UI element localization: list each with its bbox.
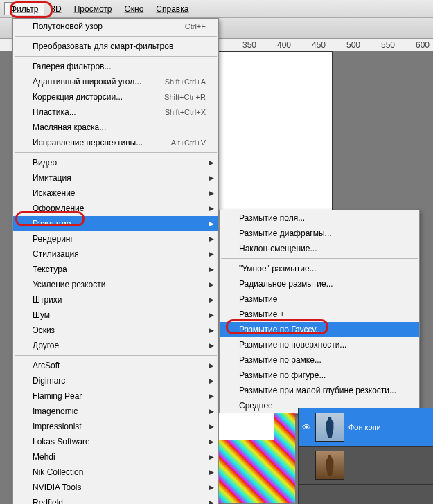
menu-sharpen[interactable]: Усиление резкости▶ xyxy=(13,277,218,292)
submenu-blur[interactable]: Размытие xyxy=(220,291,419,307)
chevron-right-icon: ▶ xyxy=(209,296,214,303)
chevron-right-icon: ▶ xyxy=(209,408,214,415)
ruler-tick: 550 xyxy=(381,40,395,50)
menu-label: Преобразовать для смарт-фильтров xyxy=(33,42,173,51)
menu-nvidia[interactable]: NVIDIA Tools▶ xyxy=(13,480,218,495)
menu-smart-filters[interactable]: Преобразовать для смарт-фильтров xyxy=(13,39,218,54)
menu-filter-gallery[interactable]: Галерея фильтров... xyxy=(13,59,218,74)
menu-label: NVIDIA Tools xyxy=(33,483,81,492)
menu-label: Имитация xyxy=(33,173,71,183)
menu-last-filter[interactable]: Полутоновой узор Ctrl+F xyxy=(13,19,218,34)
ruler-tick: 450 xyxy=(312,40,326,50)
layer-thumbnail[interactable] xyxy=(315,413,344,442)
menu-label: Коррекция дисторсии... xyxy=(33,92,123,102)
menu-label: Размытие диафрагмы... xyxy=(239,228,332,238)
menu-lens-correction[interactable]: Коррекция дисторсии... Shift+Ctrl+R xyxy=(13,89,218,105)
layer-row[interactable]: 👁 Фон копи xyxy=(299,408,433,447)
menu-noise[interactable]: Шум▶ xyxy=(13,307,218,323)
menu-label: Пластика... xyxy=(33,107,76,117)
chevron-right-icon: ▶ xyxy=(209,266,214,273)
menu-impressionist[interactable]: Impressionist▶ xyxy=(13,419,218,434)
menu-nik[interactable]: Nik Collection▶ xyxy=(13,465,218,480)
submenu-field-blur[interactable]: Размытие поля... xyxy=(220,210,419,226)
menu-label: Усиление резкости xyxy=(33,280,105,289)
menu-lokas[interactable]: Lokas Software▶ xyxy=(13,434,218,449)
chevron-right-icon: ▶ xyxy=(209,377,214,384)
menu-other[interactable]: Другое▶ xyxy=(13,338,218,353)
layer-thumbnail[interactable] xyxy=(315,451,344,480)
menu-label: Digimarc xyxy=(33,376,65,386)
visibility-icon[interactable] xyxy=(301,460,311,470)
menu-video[interactable]: Видео▶ xyxy=(13,155,218,170)
menu-imitation[interactable]: Имитация▶ xyxy=(13,170,218,186)
menu-blur[interactable]: Размытие▶ xyxy=(13,216,218,231)
chevron-right-icon: ▶ xyxy=(209,205,214,212)
menu-filter[interactable]: Фильтр xyxy=(4,2,44,15)
menu-mehdi[interactable]: Mehdi▶ xyxy=(13,449,218,465)
menu-flaming-pear[interactable]: Flaming Pear▶ xyxy=(13,388,218,404)
submenu-radial-blur[interactable]: Радиальное размытие... xyxy=(220,276,419,291)
menu-label: "Умное" размытие... xyxy=(239,264,317,273)
menu-label: Impressionist xyxy=(33,422,82,431)
submenu-blur-more[interactable]: Размытие + xyxy=(220,307,419,322)
menu-label: Размытие по рамке... xyxy=(239,355,321,365)
shortcut: Shift+Ctrl+R xyxy=(164,93,206,101)
menu-oil-paint[interactable]: Масляная краска... xyxy=(13,120,218,135)
menu-view[interactable]: Просмотр xyxy=(68,2,118,16)
menu-label: Размытие xyxy=(33,219,71,228)
chevron-right-icon: ▶ xyxy=(209,362,214,369)
menu-arcsoft[interactable]: ArcSoft▶ xyxy=(13,358,218,373)
menu-help[interactable]: Справка xyxy=(150,2,195,16)
menu-label: Галерея фильтров... xyxy=(33,62,111,71)
submenu-lens-blur[interactable]: Размытие при малой глубине резкости... xyxy=(220,383,419,398)
menu-label: Адаптивный широкий угол... xyxy=(33,77,141,87)
submenu-tilt-shift[interactable]: Наклон-смещение... xyxy=(220,241,419,256)
menu-imagenomic[interactable]: Imagenomic▶ xyxy=(13,404,218,419)
menu-distort[interactable]: Искажение▶ xyxy=(13,186,218,201)
shortcut: Shift+Ctrl+X xyxy=(165,108,206,116)
menu-label: Штрихи xyxy=(33,295,62,305)
menu-render[interactable]: Рендеринг▶ xyxy=(13,231,218,246)
submenu-box-blur[interactable]: Размытие по рамке... xyxy=(220,352,419,368)
layer-row[interactable] xyxy=(299,447,433,485)
chevron-right-icon: ▶ xyxy=(209,281,214,288)
menu-adaptive-wide[interactable]: Адаптивный широкий угол... Shift+Ctrl+A xyxy=(13,74,218,89)
ruler-tick: 500 xyxy=(346,40,360,50)
menu-strokes[interactable]: Штрихи▶ xyxy=(13,292,218,307)
menu-label: Redfield xyxy=(33,498,63,504)
menu-vanishing-point[interactable]: Исправление перспективы... Alt+Ctrl+V xyxy=(13,135,218,150)
canvas[interactable] xyxy=(208,51,333,210)
menu-label: Размытие + xyxy=(239,309,285,319)
menu-texture[interactable]: Текстура▶ xyxy=(13,262,218,277)
chevron-right-icon: ▶ xyxy=(209,453,214,460)
menu-3d[interactable]: 3D xyxy=(44,2,67,16)
submenu-iris-blur[interactable]: Размытие диафрагмы... xyxy=(220,226,419,241)
chevron-right-icon: ▶ xyxy=(209,220,214,227)
thumbnail-content xyxy=(324,417,336,438)
submenu-surface-blur[interactable]: Размытие по поверхности... xyxy=(220,337,419,352)
chevron-right-icon: ▶ xyxy=(209,342,214,349)
ruler-tick: 350 xyxy=(242,40,256,50)
menu-liquify[interactable]: Пластика... Shift+Ctrl+X xyxy=(13,105,218,120)
layer-name[interactable]: Фон копи xyxy=(348,423,430,431)
menu-label: Размытие при малой глубине резкости... xyxy=(239,386,396,395)
menu-digimarc[interactable]: Digimarc▶ xyxy=(13,373,218,388)
menu-label: Оформление xyxy=(33,204,84,213)
menu-label: Nik Collection xyxy=(33,467,83,477)
menu-sketch[interactable]: Эскиз▶ xyxy=(13,323,218,338)
visibility-icon[interactable]: 👁 xyxy=(301,422,311,432)
menu-redfield[interactable]: Redfield▶ xyxy=(13,495,218,504)
submenu-smart-blur[interactable]: "Умное" размытие... xyxy=(220,261,419,276)
menu-stylize[interactable]: Стилизация▶ xyxy=(13,246,218,262)
chevron-right-icon: ▶ xyxy=(209,393,214,399)
filter-dropdown: Полутоновой узор Ctrl+F Преобразовать дл… xyxy=(12,18,219,504)
chevron-right-icon: ▶ xyxy=(209,235,214,242)
menu-stylize-top[interactable]: Оформление▶ xyxy=(13,201,218,216)
menu-label: Рендеринг xyxy=(33,234,73,244)
submenu-shape-blur[interactable]: Размытие по фигуре... xyxy=(220,368,419,383)
menu-label: Размытие поля... xyxy=(239,213,305,223)
chevron-right-icon: ▶ xyxy=(209,159,214,166)
submenu-gaussian-blur[interactable]: Размытие по Гауссу... xyxy=(220,322,419,337)
menu-label: Flaming Pear xyxy=(33,391,82,401)
menu-window[interactable]: Окно xyxy=(118,2,150,16)
